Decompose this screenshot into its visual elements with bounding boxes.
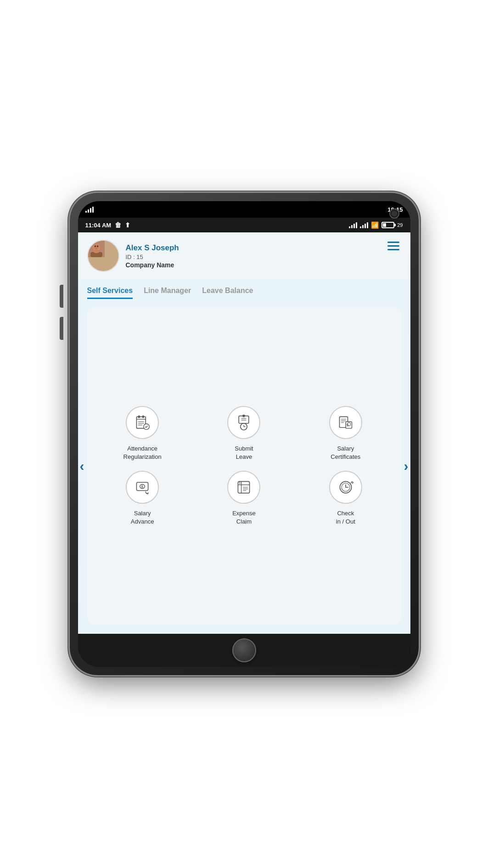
service-expense-claim[interactable]: $ ExpenseClaim <box>198 471 290 526</box>
tab-navigation: Self Services Line Manager Leave Balance <box>78 279 410 303</box>
certificates-label: SalaryCertificates <box>331 445 360 461</box>
svg-text:$: $ <box>239 481 241 484</box>
salary-advance-icon: $ <box>134 479 151 496</box>
attendance-icon-circle <box>126 406 159 439</box>
checkin-icon-circle <box>329 471 362 504</box>
signal-indicator <box>85 206 94 213</box>
bottom-status-bar: 11:04 AM 🗑 ⬆ 📶 <box>78 218 410 232</box>
bottom-status-right: 📶 29 <box>349 221 403 229</box>
signal-3 <box>360 222 368 228</box>
arrow-right[interactable]: › <box>404 458 409 474</box>
tab-leave-balance[interactable]: Leave Balance <box>202 287 253 299</box>
app-screen: Alex S Joseph ID : 15 Company Name Self … <box>78 232 410 634</box>
tab-line-manager[interactable]: Line Manager <box>144 287 191 299</box>
expense-icon-circle: $ <box>227 471 260 504</box>
checkin-label: Checkin / Out <box>336 509 355 526</box>
services-grid: AttendanceRegularization <box>92 406 397 526</box>
battery-indicator <box>381 222 394 228</box>
home-button[interactable] <box>232 638 256 662</box>
user-id: ID : 15 <box>126 254 179 260</box>
user-info: Alex S Joseph ID : 15 Company Name <box>87 240 386 272</box>
certificate-icon: $ <box>337 414 354 431</box>
tablet-device: 10:15 11:04 AM 🗑 ⬆ <box>70 193 419 675</box>
service-check-in-out[interactable]: Checkin / Out <box>299 471 392 526</box>
attendance-label: AttendanceRegularization <box>123 445 162 461</box>
svg-point-5 <box>95 248 97 249</box>
avatar <box>87 240 119 272</box>
attendance-icon <box>134 414 151 431</box>
service-attendance-regularization[interactable]: AttendanceRegularization <box>96 406 189 461</box>
wifi-icon: 📶 <box>371 221 379 229</box>
expense-label: ExpenseClaim <box>232 509 256 526</box>
leave-icon <box>236 414 252 431</box>
service-salary-certificates[interactable]: $ SalaryCertificates <box>299 406 392 461</box>
signal-2 <box>349 222 357 228</box>
bottom-time: 11:04 AM <box>85 222 112 229</box>
svg-rect-10 <box>138 416 140 418</box>
svg-text:$: $ <box>141 484 143 488</box>
company-name: Company Name <box>126 261 179 269</box>
volume-up-button[interactable] <box>60 285 63 308</box>
tab-self-services[interactable]: Self Services <box>87 287 133 299</box>
svg-point-2 <box>93 244 99 250</box>
user-name: Alex S Joseph <box>126 243 179 253</box>
hamburger-button[interactable] <box>386 240 401 252</box>
service-submit-leave[interactable]: SubmitLeave <box>198 406 290 461</box>
home-button-area <box>78 634 410 667</box>
checkin-icon <box>337 479 354 496</box>
leave-label: SubmitLeave <box>235 445 253 461</box>
certificate-icon-circle: $ <box>329 406 362 439</box>
expense-icon: $ <box>236 479 252 496</box>
svg-point-4 <box>97 246 98 248</box>
app-header: Alex S Joseph ID : 15 Company Name <box>78 232 410 279</box>
services-container: ‹ › <box>87 307 401 625</box>
notification-icon: 🗑 <box>115 221 121 229</box>
leave-icon-circle <box>227 406 260 439</box>
bottom-status-left: 11:04 AM 🗑 ⬆ <box>85 221 131 229</box>
svg-rect-11 <box>142 416 144 418</box>
tablet-screen: 10:15 11:04 AM 🗑 ⬆ <box>78 201 410 667</box>
svg-point-3 <box>94 246 95 248</box>
salary-advance-label: SalaryAdvance <box>131 509 154 526</box>
battery-percent: 29 <box>397 222 403 228</box>
upload-icon: ⬆ <box>125 221 130 229</box>
arrow-left[interactable]: ‹ <box>80 458 84 474</box>
salary-advance-icon-circle: $ <box>126 471 159 504</box>
camera <box>389 209 399 219</box>
service-salary-advance[interactable]: $ SalaryAdvance <box>96 471 189 526</box>
volume-down-button[interactable] <box>60 317 63 340</box>
user-details: Alex S Joseph ID : 15 Company Name <box>126 243 179 269</box>
svg-point-7 <box>93 249 99 253</box>
top-status-bar: 10:15 <box>78 201 410 218</box>
